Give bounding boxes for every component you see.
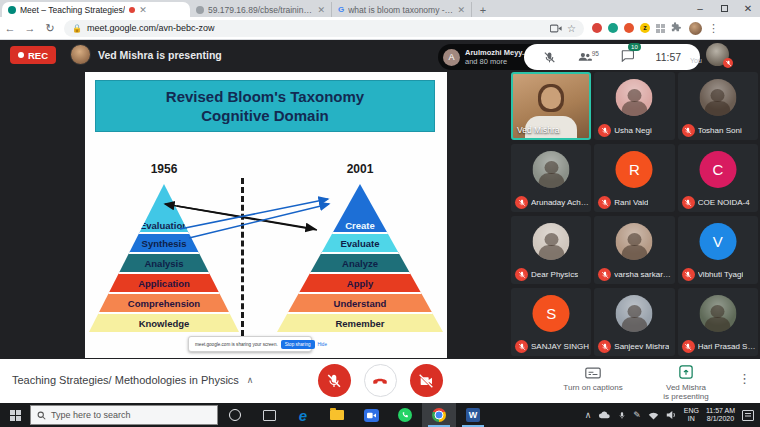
participant-name: Toshan Soni [698,126,742,135]
avatar-photo-silhouette [627,305,641,318]
camera-toggle-button[interactable] [410,364,443,397]
mic-muted-icon [515,340,528,353]
tab-close-icon[interactable]: ✕ [457,5,465,15]
slide-title-line2: Cognitive Domain [201,106,329,125]
mic-muted-icon [682,268,695,281]
mic-muted-icon[interactable] [543,51,556,64]
tab-meet[interactable]: Meet – Teaching Strategies/ ✕ [2,2,190,17]
participant-tile-toshan-soni[interactable]: Toshan Soni [678,72,758,140]
extension-icon-z[interactable]: z [640,23,650,33]
hang-up-button[interactable] [364,364,397,397]
browser-menu-icon[interactable]: ⋮ [708,22,719,35]
start-button[interactable] [0,403,30,427]
file-explorer-icon[interactable] [320,403,354,427]
stop-sharing-button[interactable]: Stop sharing [281,340,315,349]
url-field[interactable]: 🔒 meet.google.com/avn-bebc-zow ☆ [64,20,584,37]
mic-muted-icon [598,124,611,137]
meet-favicon [8,6,16,14]
more-options-icon[interactable]: ⋮ [738,371,751,386]
pen-icon[interactable]: ✎ [633,410,641,420]
meeting-clock: 11:57 [656,51,682,63]
year-label-1956: 1956 [89,162,239,176]
edge-icon[interactable]: e [286,403,320,427]
avatar-initial: S [533,295,570,332]
extension-icon-teal[interactable] [608,23,618,33]
participant-tile-ved-mishra[interactable]: Ved Mishra [511,72,591,140]
presenting-status[interactable]: Ved Mishra is presenting [655,365,717,401]
minimize-button[interactable]: – [688,3,712,14]
onedrive-cloud-icon[interactable] [598,411,611,419]
chat-button[interactable]: 10 [621,48,634,66]
participant-tile-dear-physics[interactable]: Dear Physics [511,216,591,284]
network-icon[interactable] [648,411,659,420]
tab-sharing-camera-icon[interactable] [550,24,562,33]
avatar-photo-silhouette [711,89,725,102]
tray-chevron-icon[interactable]: ∧ [585,410,592,420]
tab-title: Meet – Teaching Strategies/ [20,5,125,15]
maximize-button[interactable] [712,3,736,14]
pyramid-level-application: Application [89,272,239,292]
chat-unread-badge: 10 [628,43,641,51]
cortana-icon[interactable] [218,403,252,427]
people-count[interactable]: 95 [578,48,599,66]
captions-button[interactable]: Turn on captions [562,365,624,392]
participant-tile-varsha-sarkar-g[interactable]: varsha sarkar g... [594,216,674,284]
back-button[interactable]: ← [0,22,20,34]
word-icon[interactable]: W [456,403,490,427]
self-label: You [690,57,702,64]
participant-tile-coe-noida-4[interactable]: CCOE NOIDA-4 [678,144,758,212]
participant-tile-usha-negi[interactable]: Usha Negi [594,72,674,140]
tab-title: what is bloom taxonomy - Goog [348,5,453,15]
hide-share-popup-link[interactable]: Hide [318,342,327,347]
mic-muted-icon [682,124,695,137]
extension-icon-orange[interactable] [624,23,634,33]
avatar [699,295,736,332]
extension-icon-red[interactable] [592,23,602,33]
pyramid-level-analyze: Analyze [277,252,443,272]
whatsapp-icon[interactable] [388,403,422,427]
tray-mic-icon[interactable] [618,410,626,421]
taskbar-search-input[interactable]: Type here to search [30,405,218,425]
participant-name: Hari Prasad Sh... [698,342,756,351]
participant-tile-vibhuti-tyagi[interactable]: VVibhuti Tyagi [678,216,758,284]
meet-bottom-bar: Teaching Strategies/ Methodologies in Ph… [0,359,760,403]
participant-tile-rani-vaid[interactable]: RRani Vaid [594,144,674,212]
forward-button[interactable]: → [20,22,40,34]
close-button[interactable]: ✕ [736,3,760,14]
mic-toggle-button[interactable] [318,364,351,397]
participant-name: Usha Negi [614,126,651,135]
participant-tile-arunaday-achar[interactable]: Arunaday Achar... [511,144,591,212]
tab-google-search[interactable]: G what is bloom taxonomy - Goog ✕ [332,2,472,17]
language-indicator[interactable]: ENGIN [684,407,699,423]
pyramid-level-apply: Apply [277,272,443,292]
video-app-icon[interactable] [354,403,388,427]
tab-close-icon[interactable]: ✕ [317,5,325,15]
avatar: R [616,151,653,188]
participant-tile-hari-prasad-sh[interactable]: Hari Prasad Sh... [678,288,758,356]
tab-training-site[interactable]: 59.179.16.89/cbse/training/regp ✕ [190,2,332,17]
participant-tile-sanjay-singh[interactable]: SSANJAY SINGH [511,288,591,356]
slide-title-banner: Revised Bloom's Taxonomy Cognitive Domai… [95,80,435,132]
bookmark-star-icon[interactable]: ☆ [567,23,576,34]
browser-address-bar: ← → ↻ 🔒 meet.google.com/avn-bebc-zow ☆ z… [0,17,760,40]
browser-profile-avatar[interactable] [689,22,702,35]
extensions-puzzle-icon[interactable] [671,22,683,34]
screen: Meet – Teaching Strategies/ ✕ 59.179.16.… [0,0,760,427]
recording-label: REC [28,50,48,61]
new-tab-button[interactable]: + [472,2,494,17]
action-center-icon[interactable] [742,410,754,421]
tab-close-icon[interactable]: ✕ [139,5,147,15]
participant-name: varsha sarkar g... [614,270,672,279]
site-favicon [196,6,204,14]
participant-tile-sanjeev-mishra[interactable]: Sanjeev Mishra [594,288,674,356]
pyramid-level-evaluate: Evaluate [277,232,443,252]
recording-dot-icon [18,52,24,58]
participant-name: Arunaday Achar... [531,198,589,207]
chrome-icon[interactable] [422,403,456,427]
reload-button[interactable]: ↻ [40,22,60,35]
task-view-icon[interactable] [252,403,286,427]
apps-grid-icon[interactable] [656,24,665,33]
speaker-icon[interactable] [666,410,677,420]
avatar-initial: C [699,151,736,188]
taskbar-clock[interactable]: 11:57 AM8/1/2020 [706,407,735,423]
